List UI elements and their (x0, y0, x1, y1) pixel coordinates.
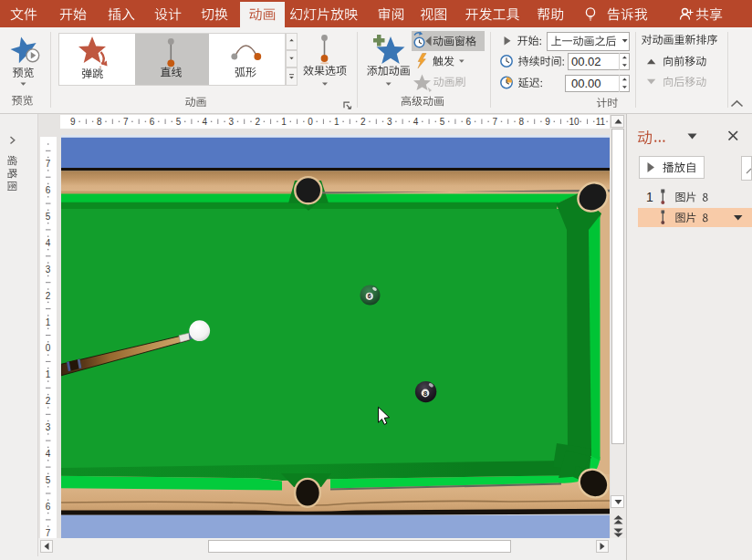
svg-text:8: 8 (423, 389, 427, 398)
svg-text:6: 6 (368, 293, 371, 299)
